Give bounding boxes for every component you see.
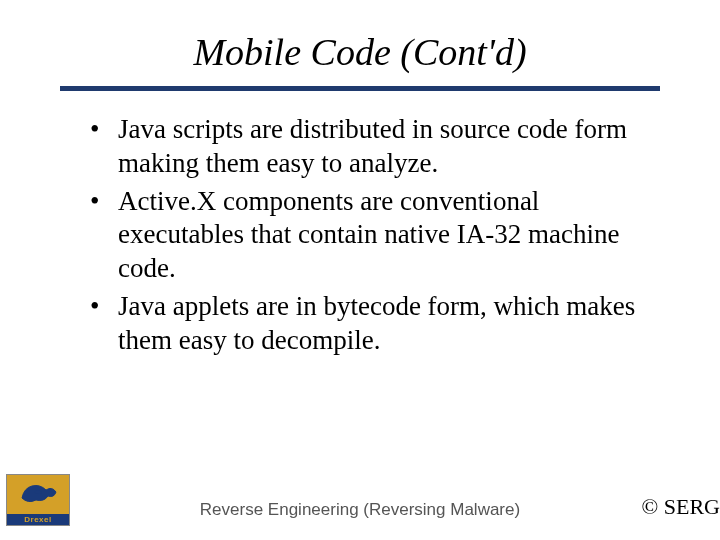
footer-right-text: © SERG — [642, 494, 720, 520]
footer-center-text: Reverse Engineering (Reversing Malware) — [200, 500, 520, 520]
slide-container: Mobile Code (Cont'd) Java scripts are di… — [0, 0, 720, 540]
title-divider — [60, 86, 660, 91]
slide-title: Mobile Code (Cont'd) — [0, 30, 720, 74]
dragon-icon — [14, 478, 62, 510]
drexel-logo: Drexel — [6, 474, 70, 526]
bullet-list: Java scripts are distributed in source c… — [90, 113, 660, 357]
bullet-item: Active.X components are conventional exe… — [90, 185, 660, 286]
logo-text: Drexel — [7, 515, 69, 524]
slide-content: Java scripts are distributed in source c… — [0, 113, 720, 357]
bullet-item: Java applets are in bytecode form, which… — [90, 290, 660, 358]
slide-footer: Drexel Reverse Engineering (Reversing Ma… — [0, 470, 720, 526]
bullet-item: Java scripts are distributed in source c… — [90, 113, 660, 181]
